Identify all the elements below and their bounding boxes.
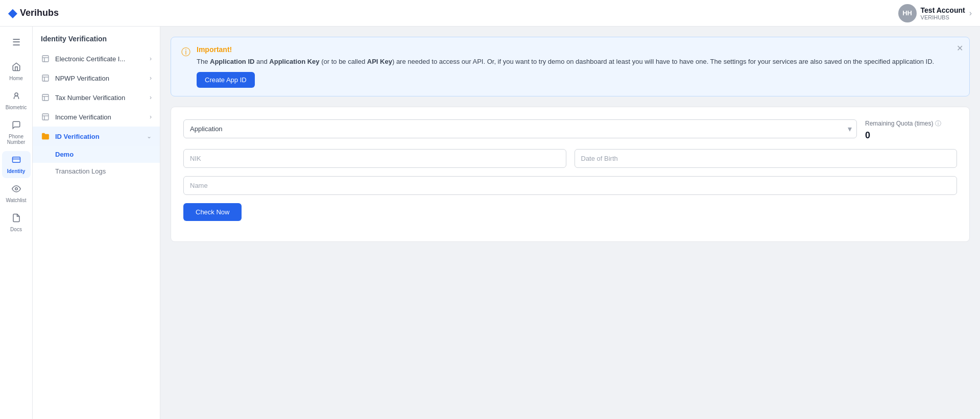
income-chevron-icon: › — [150, 113, 152, 120]
dob-input-wrap — [575, 149, 958, 168]
form-row-application: Application ▾ Remaining Quota (times) ⓘ … — [183, 119, 957, 141]
nav-label-npwp: NPWP Verification — [55, 75, 109, 82]
sidebar-item-watchlist[interactable]: Watchlist — [2, 180, 31, 207]
quota-info-icon[interactable]: ⓘ — [935, 119, 941, 128]
logo-icon: ◆ — [8, 7, 17, 20]
svg-rect-7 — [42, 75, 49, 81]
sidebar-item-phone[interactable]: Phone Number — [2, 116, 31, 149]
close-alert-icon[interactable]: ✕ — [957, 43, 963, 53]
nav-sub-item-demo[interactable]: Demo — [33, 146, 160, 163]
income-icon — [41, 112, 50, 121]
sidebar-item-docs[interactable]: Docs — [2, 209, 31, 236]
nav-item-income[interactable]: Income Verification › — [33, 107, 160, 127]
sidebar-item-home[interactable]: Home — [2, 58, 31, 85]
svg-point-3 — [15, 188, 17, 190]
npwp-chevron-icon: › — [150, 75, 152, 82]
account-name: Test Account — [921, 6, 965, 14]
logo-text: Verihubs — [20, 8, 59, 18]
check-now-button[interactable]: Check Now — [183, 203, 242, 221]
id-verification-icon — [41, 132, 50, 141]
form-card: Application ▾ Remaining Quota (times) ⓘ … — [171, 107, 970, 242]
svg-rect-10 — [42, 94, 49, 101]
nav-item-tax-number[interactable]: Tax Number Verification › — [33, 88, 160, 107]
biometric-icon — [12, 91, 21, 103]
topbar: ◆ Verihubs HH Test Account VERIHUBS › — [0, 0, 980, 27]
identity-icon — [12, 155, 21, 167]
nav-label-income: Income Verification — [55, 113, 111, 121]
main-content: ⓘ Important! The Application ID and Appl… — [160, 27, 980, 419]
nav-item-id-verification[interactable]: ID Verification ⌄ — [33, 127, 160, 146]
home-icon — [12, 62, 21, 74]
dob-input[interactable] — [575, 149, 958, 168]
nav-sidebar: Identity Verification Electronic Certifi… — [33, 27, 160, 419]
docs-icon — [12, 213, 21, 225]
sidebar-item-biometric[interactable]: Biometric — [2, 87, 31, 114]
svg-rect-4 — [42, 56, 49, 62]
form-row-name — [183, 176, 957, 195]
nik-input[interactable] — [183, 149, 566, 168]
alert-banner: ⓘ Important! The Application ID and Appl… — [171, 37, 970, 96]
phone-label: Phone Number — [5, 134, 28, 145]
application-select-wrap: Application ▾ — [183, 119, 857, 138]
menu-icon[interactable]: ☰ — [8, 33, 25, 52]
nav-label-id-verification: ID Verification — [55, 133, 100, 140]
nav-item-electronic-cert[interactable]: Electronic Certificate I... › — [33, 49, 160, 68]
form-row-submit: Check Now — [183, 203, 957, 221]
demo-label: Demo — [55, 151, 74, 158]
nav-item-npwp[interactable]: NPWP Verification › — [33, 68, 160, 88]
docs-label: Docs — [10, 227, 22, 232]
alert-icon: ⓘ — [181, 46, 190, 58]
svg-rect-13 — [42, 114, 49, 120]
name-input[interactable] — [183, 176, 957, 195]
watchlist-label: Watchlist — [6, 198, 26, 203]
identity-label: Identity — [7, 168, 26, 174]
form-row-nik-dob — [183, 149, 957, 168]
alert-content: Important! The Application ID and Applic… — [197, 45, 959, 88]
account-chevron-icon[interactable]: › — [969, 9, 972, 18]
home-label: Home — [9, 76, 23, 81]
application-select[interactable]: Application — [183, 119, 857, 138]
icon-sidebar: ☰ Home Biometric Phone Number Identity — [0, 27, 33, 419]
account-org: VERIHUBS — [921, 14, 965, 20]
electronic-cert-icon — [41, 54, 50, 63]
electronic-cert-chevron-icon: › — [150, 55, 152, 62]
alert-text: The Application ID and Application Key (… — [197, 57, 959, 67]
watchlist-icon — [12, 184, 21, 196]
topbar-right: HH Test Account VERIHUBS › — [898, 4, 972, 22]
app-id-label: Application ID — [210, 58, 254, 65]
avatar: HH — [898, 4, 917, 22]
api-key-label: API Key — [367, 58, 392, 65]
phone-icon — [12, 120, 21, 132]
nik-input-wrap — [183, 149, 566, 168]
alert-title: Important! — [197, 45, 959, 54]
biometric-label: Biometric — [6, 105, 27, 110]
layout: ☰ Home Biometric Phone Number Identity — [0, 0, 980, 419]
topbar-left: ◆ Verihubs — [8, 7, 59, 20]
create-app-id-button[interactable]: Create App ID — [197, 72, 255, 88]
logo: ◆ Verihubs — [8, 7, 59, 20]
id-verification-chevron-icon: ⌄ — [147, 133, 152, 140]
nav-label-tax-number: Tax Number Verification — [55, 94, 125, 102]
svg-point-0 — [15, 93, 18, 96]
transaction-logs-label: Transaction Logs — [55, 167, 106, 175]
tax-number-icon — [41, 93, 50, 102]
npwp-icon — [41, 73, 50, 83]
quota-block: Remaining Quota (times) ⓘ 0 — [865, 119, 957, 141]
quota-value: 0 — [865, 130, 957, 141]
nav-sidebar-title: Identity Verification — [33, 35, 160, 49]
account-info: Test Account VERIHUBS — [921, 6, 965, 20]
nav-sub-item-transaction-logs[interactable]: Transaction Logs — [33, 163, 160, 180]
app-key-label: Application Key — [269, 58, 319, 65]
svg-rect-1 — [12, 157, 20, 163]
tax-number-chevron-icon: › — [150, 94, 152, 101]
quota-label: Remaining Quota (times) ⓘ — [865, 119, 957, 128]
nav-label-electronic-cert: Electronic Certificate I... — [55, 55, 125, 63]
sidebar-item-identity[interactable]: Identity — [2, 151, 31, 178]
